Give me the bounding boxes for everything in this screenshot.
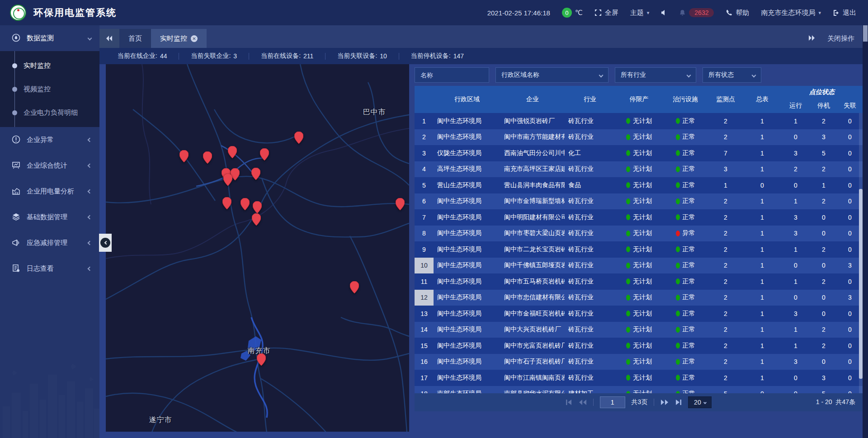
first-page-button[interactable] — [566, 399, 572, 405]
logout-icon — [833, 9, 840, 16]
total-pages-label: 共3页 — [632, 398, 648, 406]
tabs-scroll-left-button[interactable] — [99, 29, 119, 48]
sidebar-item-2[interactable]: 视频监控 — [0, 77, 99, 101]
page-number-input[interactable] — [600, 396, 625, 408]
stat-item: 当前停机设备:147 — [399, 52, 476, 60]
table-row[interactable]: 7阆中生态环境局阆中明阳建材有限公司砖瓦行业无计划正常21300 — [415, 209, 863, 226]
map-pin[interactable] — [222, 197, 231, 209]
table-row[interactable]: 16阆中生态环境局阆中市石子页岩机砖厂砖瓦行业无计划正常21300 — [415, 354, 863, 370]
table-row[interactable]: 4高坪生态环境局南充市高坪区王家店建砖瓦行业无计划正常31220 — [415, 161, 863, 178]
cell-total-meter: 1 — [743, 241, 781, 258]
tab-home[interactable]: 首页 — [119, 29, 151, 48]
table-row[interactable]: 10阆中生态环境局阆中千佛镇五郎垭页岩砖瓦行业无计划正常21003 — [415, 258, 863, 274]
sidebar-group-6[interactable]: 应急减排管理 — [0, 230, 99, 256]
map-pin[interactable] — [179, 150, 189, 162]
cell-stop-count: 0 — [810, 209, 837, 226]
cell-region: 营山生态环境局 — [434, 177, 500, 193]
table-row[interactable]: 8阆中生态环境局阆中市枣碧大梁山页岩砖瓦行业无计划异常21300 — [415, 226, 863, 242]
cell-total-meter: 1 — [743, 161, 781, 178]
cell-total-meter: 1 — [743, 306, 781, 322]
table-row[interactable]: 15阆中生态环境局阆中市光富页岩机砖厂砖瓦行业无计划正常21120 — [415, 338, 863, 354]
table-row[interactable]: 9阆中生态环境局阆中市二龙长宝页岩砖砖瓦行业无计划正常21120 — [415, 241, 863, 258]
cell-facility: 正常 — [663, 338, 708, 354]
row-number: 18 — [415, 386, 434, 394]
status-dot-green — [626, 263, 630, 268]
table-header: 行政区域 企业 行业 停限产 治污设施 监测点 总表 点位状态 运行 停机 失联 — [415, 86, 863, 113]
tabs-scroll-right-button[interactable] — [808, 35, 816, 42]
cell-stop-plan: 无计划 — [615, 145, 663, 161]
table-scrollbar[interactable] — [859, 113, 863, 393]
map-pin[interactable] — [203, 151, 212, 164]
enterprise-panel: 行政区域名称 所有行业 所有状态 行政区域 企业 行业 停限产 治污设施 监测点… — [415, 64, 863, 432]
map-pin[interactable] — [253, 201, 262, 213]
sidebar-group-4[interactable]: 企业用电量分析 — [0, 179, 99, 204]
region-filter-select[interactable]: 行政区域名称 — [495, 67, 609, 83]
sidebar-item-3[interactable]: 企业电力负荷明细 — [0, 101, 99, 124]
map-pin[interactable] — [257, 353, 266, 366]
sidebar-item-1[interactable]: 实时监控 — [0, 54, 99, 77]
tab-realtime-monitor[interactable]: 实时监控 ✕ — [151, 29, 207, 48]
window-scrollbar[interactable] — [863, 25, 868, 438]
sidebar-group-3[interactable]: 企业综合统计 — [0, 153, 99, 179]
map-pin[interactable] — [251, 168, 260, 180]
org-dropdown[interactable]: 南充市生态环境局 ▾ — [761, 9, 821, 17]
cell-stop-count: 2 — [810, 241, 837, 258]
fullscreen-button[interactable]: 全屏 — [594, 9, 618, 17]
status-filter-select[interactable]: 所有状态 — [703, 67, 761, 83]
cell-run-count: 1 — [781, 193, 810, 210]
sidebar-group-7[interactable]: 日志查看 — [0, 256, 99, 282]
status-dot-green — [626, 327, 630, 333]
cell-total-meter: 1 — [743, 290, 781, 306]
app-logo-icon — [10, 5, 26, 21]
page-size-select[interactable]: 20 — [688, 396, 712, 408]
table-row[interactable]: 14阆中生态环境局阆中大兴页岩机砖厂砖瓦行业无计划正常21120 — [415, 322, 863, 338]
map-pin[interactable] — [350, 281, 359, 293]
last-page-button[interactable] — [675, 399, 682, 405]
logout-button[interactable]: 退出 — [833, 9, 856, 17]
name-filter-input[interactable] — [415, 67, 489, 83]
table-scrollbar-thumb[interactable] — [859, 189, 863, 379]
table-row[interactable]: 17阆中生态环境局阆中市江南镇阆南页岩砖瓦行业无计划正常21030 — [415, 370, 863, 386]
table-row[interactable]: 6阆中生态环境局阆中市金博瑞新型墙材砖瓦行业无计划正常21120 — [415, 193, 863, 210]
theme-dropdown[interactable]: 主题 ▾ — [630, 9, 650, 17]
prev-page-button[interactable] — [579, 399, 587, 405]
table-row[interactable]: 18南部生态环境局南部县砌华水泥有限公建材加工无计划正常50050 — [415, 386, 863, 394]
map-city-label: 巴中市 — [363, 108, 386, 117]
cell-company: 西南油气田分公司川中 — [500, 145, 565, 161]
table-row[interactable]: 12阆中生态环境局阆中市忠信建材有限公砖瓦行业无计划正常21003 — [415, 290, 863, 306]
status-dot-green — [676, 375, 680, 381]
table-row[interactable]: 11阆中生态环境局阆中市五马桥页岩机砖砖瓦行业无计划正常21120 — [415, 273, 863, 290]
tab-close-icon[interactable]: ✕ — [191, 35, 198, 42]
notification-bell[interactable]: 2632 — [679, 8, 714, 17]
sidebar-group-1[interactable]: 数据监测 — [0, 25, 99, 51]
sidebar-group-2[interactable]: 企业异常 — [0, 127, 99, 153]
table-row[interactable]: 5营山生态环境局营山县润丰肉食品有限食品无计划正常10010 — [415, 177, 863, 193]
cell-stop-count: 2 — [810, 338, 837, 354]
cell-total-meter: 1 — [743, 113, 781, 129]
table-row[interactable]: 13阆中生态环境局阆中市金福旺页岩机砖砖瓦行业无计划正常21300 — [415, 306, 863, 322]
map-panel[interactable]: 巴中市南充市遂宁市 — [106, 64, 409, 432]
map-pin[interactable] — [396, 198, 405, 210]
table-row[interactable]: 1阆中生态环境局阆中强锐页岩砖厂砖瓦行业无计划正常21120 — [415, 113, 863, 129]
map-pin[interactable] — [223, 174, 232, 186]
map-pin[interactable] — [241, 198, 250, 210]
sidebar-group-label: 日志查看 — [27, 264, 54, 273]
table-row[interactable]: 3仪陇生态环境局西南油气田分公司川中化工无计划正常71350 — [415, 145, 863, 161]
map-pin[interactable] — [228, 146, 237, 158]
map-pin[interactable] — [252, 213, 261, 226]
panel-collapse-toggle[interactable] — [99, 234, 112, 252]
row-number-cell: 9 — [415, 241, 434, 258]
next-page-button[interactable] — [660, 399, 669, 405]
stat-item: 当前失联设备:10 — [326, 52, 398, 60]
map-pin[interactable] — [260, 148, 269, 160]
help-button[interactable]: 帮助 — [726, 9, 749, 17]
scrollbar-thumb[interactable] — [863, 25, 868, 42]
industry-filter-select[interactable]: 所有行业 — [615, 67, 696, 83]
facility-text: 正常 — [683, 261, 695, 269]
table-row[interactable]: 2阆中生态环境局阆中市南方节能建材有砖瓦行业无计划正常21030 — [415, 129, 863, 146]
speaker-button[interactable] — [661, 9, 667, 16]
sidebar-group-5[interactable]: 基础数据管理 — [0, 204, 99, 230]
map-pin[interactable] — [294, 132, 303, 144]
facility-text: 正常 — [683, 278, 695, 286]
close-operations-button[interactable]: 关闭操作 — [827, 34, 854, 43]
